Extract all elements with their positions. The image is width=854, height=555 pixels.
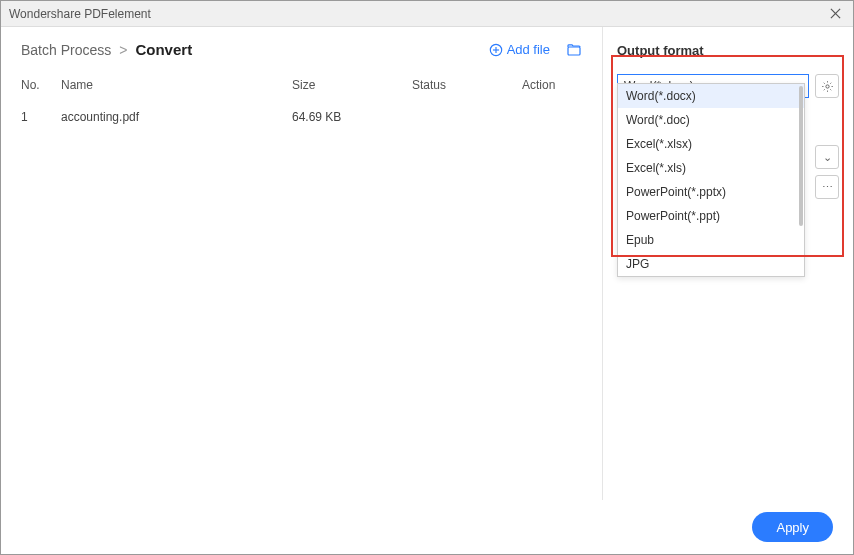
titlebar: Wondershare PDFelement [1, 1, 853, 27]
dropdown-option[interactable]: PowerPoint(*.pptx) [618, 180, 804, 204]
col-size: Size [292, 78, 412, 92]
col-name: Name [61, 78, 292, 92]
dropdown-option[interactable]: JPG [618, 252, 804, 276]
more-button[interactable]: ⋯ [815, 175, 839, 199]
body: Batch Process > Convert Add file No. Nam… [1, 27, 853, 500]
dropdown-option[interactable]: PowerPoint(*.ppt) [618, 204, 804, 228]
close-icon[interactable] [825, 4, 845, 24]
app-title: Wondershare PDFelement [9, 7, 825, 21]
dropdown-option[interactable]: Word(*.docx) [618, 84, 804, 108]
col-status: Status [412, 78, 522, 92]
ellipsis-icon: ⋯ [822, 181, 833, 194]
col-no: No. [21, 78, 61, 92]
plus-circle-icon [489, 43, 503, 57]
app-window: Wondershare PDFelement Batch Process > C… [0, 0, 854, 555]
output-format-label: Output format [617, 43, 839, 58]
dropdown-option[interactable]: Epub [618, 228, 804, 252]
apply-button[interactable]: Apply [752, 512, 833, 542]
left-panel: Batch Process > Convert Add file No. Nam… [1, 27, 603, 500]
breadcrumb: Batch Process > Convert [21, 41, 489, 58]
dropdown-option[interactable]: Word(*.doc) [618, 108, 804, 132]
breadcrumb-parent[interactable]: Batch Process [21, 42, 111, 58]
output-format-dropdown: Word(*.docx) Word(*.doc) Excel(*.xlsx) E… [617, 83, 805, 277]
svg-point-6 [825, 84, 828, 87]
dropdown-option[interactable]: Excel(*.xls) [618, 156, 804, 180]
left-header: Batch Process > Convert Add file [1, 27, 602, 68]
cell-action [522, 110, 582, 124]
settings-button[interactable] [815, 74, 839, 98]
expand-button[interactable]: ⌄ [815, 145, 839, 169]
scrollbar[interactable] [799, 86, 803, 226]
cell-status [412, 110, 522, 124]
cell-size: 64.69 KB [292, 110, 412, 124]
right-panel: Output format Word(*.docx) ⌄ Word(*.docx… [603, 27, 853, 500]
add-file-button[interactable]: Add file [489, 42, 550, 57]
breadcrumb-current: Convert [135, 41, 192, 58]
chevron-right-icon: > [119, 42, 127, 58]
col-action: Action [522, 78, 582, 92]
svg-rect-5 [568, 47, 580, 55]
gear-icon [821, 80, 834, 93]
footer: Apply [1, 500, 853, 554]
chevron-down-icon: ⌄ [823, 151, 832, 164]
table-header: No. Name Size Status Action [1, 68, 602, 102]
folder-icon[interactable] [566, 42, 582, 58]
cell-no: 1 [21, 110, 61, 124]
dropdown-option[interactable]: Excel(*.xlsx) [618, 132, 804, 156]
cell-name: accounting.pdf [61, 110, 292, 124]
add-file-label: Add file [507, 42, 550, 57]
table-row[interactable]: 1 accounting.pdf 64.69 KB [1, 102, 602, 132]
